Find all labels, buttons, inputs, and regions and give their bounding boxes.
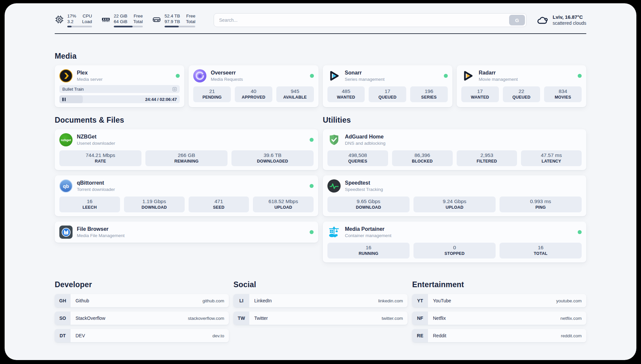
disk-icon — [152, 15, 161, 24]
cpu-load: 3.2 — [67, 19, 76, 24]
bookmark-name: Netflix — [428, 312, 446, 325]
bookmark-netflix[interactable]: NF Netflix netflix.com — [412, 312, 586, 325]
bookmark-url: stackoverflow.com — [188, 312, 229, 325]
stat-download: 9.65 GbpsDOWNLOAD — [327, 197, 410, 212]
weather-widget: Lviv, 16.87°C scattered clouds — [536, 13, 586, 26]
app-card-adguard[interactable]: AdGuard Home DNS and adblocking 498,508Q… — [323, 129, 586, 170]
bookmark-youtube[interactable]: YT YouTube youtube.com — [412, 294, 586, 307]
stat-movies: 834MOVIES — [544, 86, 582, 102]
disk-free-label: Free — [186, 13, 196, 19]
disk-progress-bar — [165, 26, 196, 27]
stat-latency: 47.57 msLATENCY — [521, 150, 582, 166]
bookmark-url: netflix.com — [560, 312, 586, 325]
bookmark-abbr: LI — [233, 294, 249, 307]
playback-progress: 24:44 / 02:06:47 — [59, 95, 180, 103]
bookmark-twitter[interactable]: TW Twitter twitter.com — [233, 312, 408, 325]
ram-icon — [101, 15, 110, 24]
cpu-usage: 17% — [67, 13, 76, 19]
stat-wanted: 485WANTED — [327, 86, 365, 102]
bookmark-dev[interactable]: DT DEV dev.to — [55, 329, 229, 342]
app-title: Radarr — [479, 70, 518, 76]
app-title: Speedtest — [345, 180, 383, 186]
section-title-social: Social — [233, 280, 408, 289]
stat-queued: 22QUEUED — [503, 86, 540, 102]
app-subtitle: Media Requests — [211, 76, 243, 82]
overseerr-icon — [193, 69, 206, 82]
pause-icon — [62, 98, 66, 101]
app-title: Media Portainer — [345, 226, 391, 232]
bookmark-url: reddit.com — [561, 329, 586, 342]
app-card-filebrowser[interactable]: File Browser Media File Management — [55, 222, 318, 243]
app-card-radarr[interactable]: Radarr Movie management 17WANTED 22QUEUE… — [457, 65, 586, 107]
portainer-icon — [327, 226, 341, 239]
dashboard-panel: 17% CPU 3.2 Load 22 GiB Free 64 GiB T — [5, 3, 636, 360]
status-dot — [578, 74, 582, 78]
bookmark-url: dev.to — [212, 329, 229, 342]
bookmark-abbr: TW — [233, 312, 249, 325]
bookmark-reddit[interactable]: RE Reddit reddit.com — [412, 329, 586, 342]
memory-free-label: Free — [133, 13, 143, 19]
stat-queued: 17QUEUED — [369, 86, 406, 102]
status-dot — [310, 230, 314, 234]
disk-free: 52.4 TB — [165, 13, 180, 19]
memory-widget: 22 GiB Free 64 GiB Total — [101, 13, 143, 27]
cpu-load-label: Load — [82, 19, 92, 24]
radarr-icon — [461, 69, 474, 82]
stat-upload: 9.24 GbpsUPLOAD — [413, 197, 496, 212]
documents-column: Documents & Files nzbget NZBGet Usenet d… — [55, 116, 318, 262]
app-card-speedtest[interactable]: Speedtest Speedtest Tracking 9.65 GbpsDO… — [323, 175, 586, 216]
memory-total-label: Total — [133, 19, 143, 24]
bookmark-name: LinkedIn — [249, 294, 272, 307]
search-input[interactable] — [214, 13, 527, 27]
bookmark-github[interactable]: GH Github github.com — [55, 294, 229, 307]
app-subtitle: Series management — [345, 76, 385, 82]
memory-total: 64 GiB — [114, 19, 127, 24]
app-title: Sonarr — [345, 70, 385, 76]
bookmark-stackoverflow[interactable]: SO StackOverflow stackoverflow.com — [55, 312, 229, 325]
app-card-portainer[interactable]: Media Portainer Container management 16R… — [323, 222, 586, 262]
section-title-media: Media — [55, 52, 586, 61]
cloud-icon — [536, 14, 548, 26]
app-card-sonarr[interactable]: Sonarr Series management 485WANTED 17QUE… — [323, 65, 452, 107]
stat-running: 16RUNNING — [327, 243, 410, 258]
cpu-progress-bar — [67, 26, 92, 27]
bookmark-abbr: RE — [412, 329, 428, 342]
nzbget-icon: nzbget — [59, 133, 73, 146]
weather-condition: scattered clouds — [553, 20, 586, 26]
stat-pending: 21PENDING — [193, 86, 231, 102]
stat-wanted: 17WANTED — [461, 86, 499, 102]
stat-remaining: 266 GBREMAINING — [145, 150, 228, 166]
disk-total: 97.9 TB — [165, 19, 180, 24]
status-dot — [310, 138, 314, 142]
disk-widget: 52.4 TB Free 97.9 TB Total — [152, 13, 196, 27]
status-dot — [310, 184, 314, 188]
search-engine-button[interactable]: G — [509, 15, 525, 25]
bookmark-abbr: NF — [412, 312, 428, 325]
bookmark-name: YouTube — [428, 294, 451, 307]
bookmark-linkedin[interactable]: LI LinkedIn linkedin.com — [233, 294, 408, 307]
status-dot — [310, 74, 314, 78]
status-dot — [578, 230, 582, 234]
app-subtitle: DNS and adblocking — [345, 140, 385, 146]
app-subtitle: Media server — [77, 76, 103, 82]
app-card-qbittorrent[interactable]: qb qBittorrent Torrent downloader 16LEEC… — [55, 175, 318, 216]
app-title: NZBGet — [77, 134, 115, 140]
bookmarks-developer: Developer GH Github github.com SO StackO… — [55, 280, 229, 347]
app-title: AdGuard Home — [345, 134, 385, 140]
stat-filtered: 2,953FILTERED — [457, 150, 517, 166]
sonarr-icon — [327, 69, 341, 82]
bookmark-url: twitter.com — [382, 312, 408, 325]
app-subtitle: Container management — [345, 233, 391, 238]
bookmark-name: Twitter — [249, 312, 268, 325]
cpu-widget: 17% CPU 3.2 Load — [55, 13, 92, 27]
app-card-nzbget[interactable]: nzbget NZBGet Usenet downloader 744.21 M… — [55, 129, 318, 170]
app-card-overseerr[interactable]: Overseerr Media Requests 21PENDING 40APP… — [189, 65, 318, 107]
bookmark-name: Github — [71, 294, 89, 307]
weather-location: Lviv, 16.87°C — [553, 14, 586, 20]
stat-download: 1.19 GbpsDOWNLOAD — [124, 197, 185, 212]
plex-icon — [59, 69, 73, 82]
now-playing-title: Bullet Train — [62, 87, 84, 92]
media-cards: Plex Media server Bullet Train 24:44 / 0… — [55, 65, 586, 107]
section-title-utilities: Utilities — [323, 116, 586, 125]
app-card-plex[interactable]: Plex Media server Bullet Train 24:44 / 0… — [55, 65, 184, 107]
